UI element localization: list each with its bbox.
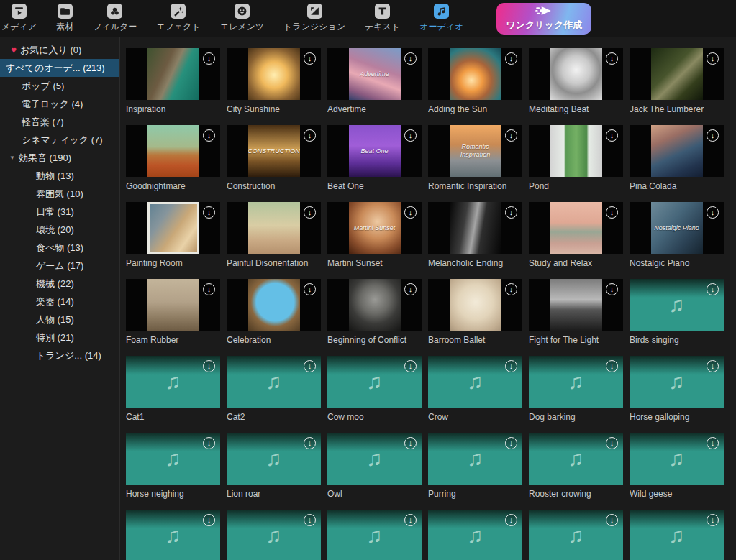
download-icon[interactable]: ↓ (304, 129, 316, 142)
music-thumbnail-tile[interactable]: Romantic Inspiration↓ (428, 125, 522, 177)
audio-item-advertime[interactable]: Advertime↓Advertime (327, 48, 422, 114)
audio-item-owl[interactable]: ♫↓Owl (327, 433, 422, 499)
download-icon[interactable]: ↓ (404, 283, 417, 295)
audio-item-martini-sunset[interactable]: Martini Sunset↓Martini Sunset (327, 202, 422, 268)
sound-effect-tile[interactable]: ♫↓ (327, 510, 422, 560)
download-icon[interactable]: ↓ (304, 360, 316, 372)
music-thumbnail-tile[interactable]: ↓ (327, 279, 422, 331)
audio-item-study-and-relax[interactable]: ↓Study and Relax (529, 202, 623, 268)
music-thumbnail-tile[interactable]: CONSTRUCTION↓ (227, 125, 321, 177)
tab-text[interactable]: テキスト (365, 4, 400, 33)
sidebar-item-people[interactable]: 人物 (15) (0, 311, 119, 329)
audio-item[interactable]: ♫↓ (327, 510, 422, 560)
download-icon[interactable]: ↓ (505, 52, 517, 65)
audio-item[interactable]: ♫↓ (126, 510, 220, 560)
sound-effect-tile[interactable]: ♫↓ (227, 510, 321, 560)
sidebar-item-cinematic[interactable]: シネマティック (7) (0, 131, 119, 149)
tab-filter[interactable]: フィルター (93, 4, 137, 33)
sidebar-item-daily[interactable]: 日常 (31) (0, 203, 119, 221)
audio-item-city-sunshine[interactable]: ↓City Sunshine (227, 48, 321, 114)
download-icon[interactable]: ↓ (505, 360, 517, 372)
sound-effect-tile[interactable]: ♫↓ (227, 356, 321, 408)
download-icon[interactable]: ↓ (404, 129, 417, 142)
music-thumbnail-tile[interactable]: ↓ (529, 125, 623, 177)
sound-effect-tile[interactable]: ♫↓ (529, 510, 623, 560)
download-icon[interactable]: ↓ (304, 52, 316, 65)
music-thumbnail-tile[interactable]: ↓ (428, 48, 522, 100)
audio-item-goodnightmare[interactable]: ↓Goodnightmare (126, 125, 220, 191)
audio-item-meditating-beat[interactable]: ↓Meditating Beat (529, 48, 623, 114)
sound-effect-tile[interactable]: ♫↓ (327, 433, 422, 485)
music-thumbnail-tile[interactable]: ↓ (126, 125, 220, 177)
music-thumbnail-tile[interactable]: ↓ (630, 48, 724, 100)
audio-item-painting-room[interactable]: ↓Painting Room (126, 202, 220, 268)
download-icon[interactable]: ↓ (203, 206, 215, 219)
sound-effect-tile[interactable]: ♫↓ (630, 510, 724, 560)
music-thumbnail-tile[interactable]: ↓ (126, 202, 220, 254)
sound-effect-tile[interactable]: ♫↓ (428, 510, 522, 560)
audio-item-pond[interactable]: ↓Pond (529, 125, 623, 191)
sidebar-item-electronic-rock[interactable]: 電子ロック (4) (0, 95, 119, 113)
sound-effect-tile[interactable]: ♫↓ (126, 356, 220, 408)
sidebar-item-light-music[interactable]: 軽音楽 (7) (0, 113, 119, 131)
audio-item-construction[interactable]: CONSTRUCTION↓Construction (227, 125, 321, 191)
music-thumbnail-tile[interactable]: Martini Sunset↓ (327, 202, 422, 254)
sidebar-item-favorites[interactable]: ♥お気に入り (0) (0, 41, 119, 59)
download-icon[interactable]: ↓ (707, 129, 719, 142)
tab-transition[interactable]: トランジション (283, 4, 345, 33)
audio-item-beat-one[interactable]: Beat One↓Beat One (327, 125, 422, 191)
sound-effect-tile[interactable]: ♫↓ (428, 433, 522, 485)
download-icon[interactable]: ↓ (606, 129, 618, 142)
sidebar-item-instrument[interactable]: 楽器 (14) (0, 293, 119, 311)
download-icon[interactable]: ↓ (203, 360, 215, 372)
tab-stock[interactable]: 素材 (56, 4, 73, 33)
music-thumbnail-tile[interactable]: ↓ (227, 202, 321, 254)
sound-effect-tile[interactable]: ♫↓ (428, 356, 522, 408)
sidebar-item-environment[interactable]: 環境 (20) (0, 221, 119, 239)
audio-item-melancholic-ending[interactable]: ↓Melancholic Ending (428, 202, 522, 268)
audio-item-cow-moo[interactable]: ♫↓Cow moo (327, 356, 422, 422)
sound-effect-tile[interactable]: ♫↓ (327, 356, 422, 408)
music-thumbnail-tile[interactable]: ↓ (529, 202, 623, 254)
tab-audio[interactable]: オーディオ (419, 4, 463, 33)
audio-item[interactable]: ♫↓ (630, 510, 724, 560)
download-icon[interactable]: ↓ (707, 437, 719, 449)
sidebar-item-atmosphere[interactable]: 雰囲気 (10) (0, 185, 119, 203)
audio-item-cat2[interactable]: ♫↓Cat2 (227, 356, 321, 422)
music-thumbnail-tile[interactable]: Advertime↓ (327, 48, 422, 100)
sound-effect-tile[interactable]: ♫↓ (630, 356, 724, 408)
tab-effect[interactable]: エフェクト (156, 4, 200, 33)
download-icon[interactable]: ↓ (404, 437, 417, 449)
download-icon[interactable]: ↓ (304, 437, 316, 449)
download-icon[interactable]: ↓ (304, 283, 316, 295)
download-icon[interactable]: ↓ (203, 437, 215, 449)
download-icon[interactable]: ↓ (707, 283, 719, 295)
audio-item-adding-the-sun[interactable]: ↓Adding the Sun (428, 48, 522, 114)
sidebar-item-special[interactable]: 特別 (21) (0, 329, 119, 346)
audio-item-beginning-of-conflict[interactable]: ↓Beginning of Conflict (327, 279, 422, 345)
download-icon[interactable]: ↓ (606, 206, 618, 219)
tab-media[interactable]: メディア (1, 4, 37, 33)
audio-item-pina-colada[interactable]: ↓Pina Colada (630, 125, 724, 191)
audio-item-purring[interactable]: ♫↓Purring (428, 433, 522, 499)
download-icon[interactable]: ↓ (606, 52, 618, 65)
download-icon[interactable]: ↓ (203, 514, 215, 526)
download-icon[interactable]: ↓ (707, 206, 719, 219)
sidebar-item-pop[interactable]: ポップ (5) (0, 77, 119, 95)
download-icon[interactable]: ↓ (505, 437, 517, 449)
audio-item[interactable]: ♫↓ (529, 510, 623, 560)
audio-item-fight-for-the-light[interactable]: ↓Fight for The Light (529, 279, 623, 345)
download-icon[interactable]: ↓ (505, 514, 517, 526)
download-icon[interactable]: ↓ (505, 129, 517, 142)
audio-item-jack-the-lumberer[interactable]: ↓Jack The Lumberer (630, 48, 724, 114)
sidebar-item-sound-effects[interactable]: ▼効果音 (190) (0, 149, 119, 167)
audio-item-horse-galloping[interactable]: ♫↓Horse galloping (630, 356, 724, 422)
sound-effect-tile[interactable]: ♫↓ (126, 510, 220, 560)
download-icon[interactable]: ↓ (304, 206, 316, 219)
audio-item-painful-disorientation[interactable]: ↓Painful Disorientation (227, 202, 321, 268)
download-icon[interactable]: ↓ (404, 514, 417, 526)
music-thumbnail-tile[interactable]: ↓ (227, 48, 321, 100)
download-icon[interactable]: ↓ (707, 360, 719, 372)
sidebar-item-game[interactable]: ゲーム (17) (0, 257, 119, 275)
download-icon[interactable]: ↓ (304, 514, 316, 526)
